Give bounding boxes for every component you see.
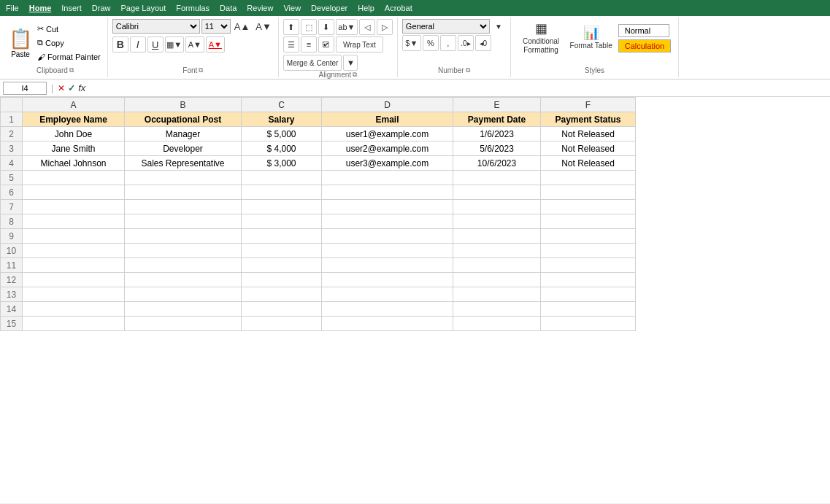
copy-button[interactable]: ⧉ Copy — [35, 36, 103, 50]
table-cell[interactable]: user3@example.com — [322, 156, 453, 171]
table-cell[interactable]: $ 4,000 — [242, 141, 322, 156]
number-dropdown-button[interactable]: ▼ — [491, 19, 506, 34]
table-cell[interactable] — [125, 287, 242, 302]
align-middle-button[interactable]: ⬚ — [301, 19, 317, 35]
col-header-C[interactable]: C — [242, 98, 322, 112]
table-cell[interactable]: 10/6/2023 — [453, 156, 541, 171]
table-cell[interactable] — [242, 302, 322, 317]
col-header-E[interactable]: E — [453, 98, 541, 112]
table-cell[interactable] — [453, 244, 541, 258]
table-cell[interactable] — [541, 200, 636, 214]
name-box[interactable] — [3, 82, 47, 95]
table-cell[interactable] — [125, 214, 242, 229]
align-top-button[interactable]: ⬆ — [283, 19, 299, 35]
table-cell[interactable] — [453, 171, 541, 185]
table-cell[interactable]: John Doe — [23, 127, 125, 141]
table-cell[interactable] — [541, 302, 636, 317]
table-cell[interactable]: Not Released — [541, 141, 636, 156]
menu-home[interactable]: Home — [29, 4, 52, 12]
row-number[interactable]: 7 — [1, 200, 23, 214]
table-cell[interactable] — [322, 317, 453, 331]
format-table-button[interactable]: 📊 Format Table — [567, 19, 615, 57]
table-cell[interactable] — [541, 287, 636, 302]
row-number[interactable]: 14 — [1, 302, 23, 317]
menu-view[interactable]: View — [283, 4, 301, 12]
comma-button[interactable]: , — [440, 35, 456, 51]
menu-insert[interactable]: Insert — [61, 4, 82, 12]
font-expand-icon[interactable]: ⧉ — [199, 66, 203, 74]
table-cell[interactable] — [23, 214, 125, 229]
table-cell[interactable] — [242, 317, 322, 331]
table-cell[interactable]: Employee Name — [23, 112, 125, 127]
table-cell[interactable] — [125, 229, 242, 244]
table-cell[interactable] — [541, 214, 636, 229]
row-number[interactable]: 3 — [1, 141, 23, 156]
corner-cell[interactable] — [1, 98, 23, 112]
table-cell[interactable] — [541, 273, 636, 287]
table-cell[interactable] — [125, 200, 242, 214]
table-cell[interactable]: Payment Status — [541, 112, 636, 127]
table-cell[interactable] — [23, 171, 125, 185]
col-header-A[interactable]: A — [23, 98, 125, 112]
table-cell[interactable] — [541, 317, 636, 331]
menu-review[interactable]: Review — [247, 4, 273, 12]
number-expand-icon[interactable]: ⧉ — [466, 66, 470, 74]
table-cell[interactable]: Developer — [125, 141, 242, 156]
table-cell[interactable] — [125, 171, 242, 185]
currency-button[interactable]: $▼ — [402, 35, 421, 51]
menu-formulas[interactable]: Formulas — [176, 4, 210, 12]
underline-button[interactable]: U — [147, 36, 164, 53]
merge-center-button[interactable]: Merge & Center — [283, 55, 342, 71]
font-name-select[interactable]: Calibri — [112, 19, 200, 34]
paste-button[interactable]: 📋 Paste — [7, 21, 34, 65]
table-cell[interactable] — [322, 273, 453, 287]
percent-button[interactable]: % — [423, 35, 439, 51]
table-cell[interactable] — [322, 287, 453, 302]
table-cell[interactable]: $ 3,000 — [242, 156, 322, 171]
col-header-D[interactable]: D — [322, 98, 453, 112]
table-cell[interactable] — [453, 317, 541, 331]
table-cell[interactable] — [453, 214, 541, 229]
table-cell[interactable] — [23, 273, 125, 287]
table-cell[interactable] — [453, 287, 541, 302]
table-cell[interactable] — [242, 258, 322, 273]
table-cell[interactable]: Not Released — [541, 127, 636, 141]
font-size-select[interactable]: 11 — [201, 19, 231, 34]
number-format-select[interactable]: General — [402, 19, 490, 34]
menu-file[interactable]: File — [6, 4, 19, 12]
font-color-button[interactable]: A▼ — [206, 36, 225, 53]
normal-style-button[interactable]: Normal — [618, 24, 669, 37]
table-cell[interactable]: $ 5,000 — [242, 127, 322, 141]
table-cell[interactable] — [453, 258, 541, 273]
table-cell[interactable]: Salary — [242, 112, 322, 127]
merge-center-dropdown[interactable]: ▼ — [343, 55, 358, 71]
table-cell[interactable] — [125, 258, 242, 273]
row-number[interactable]: 8 — [1, 214, 23, 229]
font-size-decrease-button[interactable]: A▼ — [253, 19, 274, 34]
formula-fx-button[interactable]: fx — [78, 82, 85, 93]
menu-developer[interactable]: Developer — [311, 4, 347, 12]
row-number[interactable]: 11 — [1, 258, 23, 273]
table-cell[interactable] — [322, 214, 453, 229]
align-bottom-button[interactable]: ⬇ — [318, 19, 334, 35]
table-cell[interactable] — [541, 185, 636, 200]
wrap-text-button[interactable]: Wrap Text — [336, 36, 383, 53]
table-cell[interactable] — [242, 273, 322, 287]
table-cell[interactable] — [541, 244, 636, 258]
table-cell[interactable] — [541, 171, 636, 185]
table-cell[interactable] — [541, 258, 636, 273]
formula-input[interactable] — [88, 82, 827, 95]
table-cell[interactable] — [23, 185, 125, 200]
menu-data[interactable]: Data — [220, 4, 237, 12]
col-header-F[interactable]: F — [541, 98, 636, 112]
table-cell[interactable]: Manager — [125, 127, 242, 141]
calculation-style-button[interactable]: Calculation — [618, 39, 671, 53]
indent-increase-button[interactable]: ▷ — [377, 19, 393, 35]
table-cell[interactable] — [23, 229, 125, 244]
menu-page-layout[interactable]: Page Layout — [120, 4, 166, 12]
table-cell[interactable] — [23, 258, 125, 273]
table-cell[interactable] — [322, 258, 453, 273]
table-cell[interactable] — [242, 185, 322, 200]
table-cell[interactable] — [125, 302, 242, 317]
text-direction-button[interactable]: ab▼ — [336, 19, 358, 35]
